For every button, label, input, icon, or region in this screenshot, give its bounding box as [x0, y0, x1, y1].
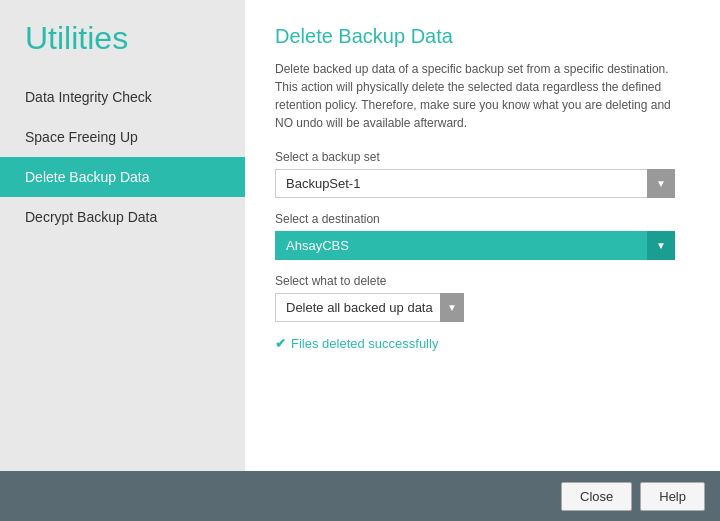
success-text: Files deleted successfully [291, 336, 438, 351]
footer: Close Help [0, 471, 720, 521]
description-text: Delete backed up data of a specific back… [275, 60, 690, 132]
delete-what-label: Select what to delete [275, 274, 690, 288]
delete-what-select-wrapper: Delete all backed up dataDelete by date … [275, 293, 464, 322]
destination-select-wrapper: AhsayCBS ▼ [275, 231, 675, 260]
sidebar-item-decrypt-backup-data[interactable]: Decrypt Backup Data [0, 197, 245, 237]
sidebar-title: Utilities [0, 0, 245, 77]
close-button[interactable]: Close [561, 482, 632, 511]
delete-what-group: Select what to delete Delete all backed … [275, 274, 690, 322]
check-icon: ✔ [275, 336, 286, 351]
sidebar-item-data-integrity-check[interactable]: Data Integrity Check [0, 77, 245, 117]
backup-set-label: Select a backup set [275, 150, 690, 164]
success-message: ✔ Files deleted successfully [275, 336, 690, 351]
sidebar: Utilities Data Integrity Check Space Fre… [0, 0, 245, 471]
destination-label: Select a destination [275, 212, 690, 226]
help-button[interactable]: Help [640, 482, 705, 511]
backup-set-group: Select a backup set BackupSet-1BackupSet… [275, 150, 690, 198]
main-content: Delete Backup Data Delete backed up data… [245, 0, 720, 471]
backup-set-select-wrapper: BackupSet-1BackupSet-2 ▼ [275, 169, 675, 198]
page-title: Delete Backup Data [275, 25, 690, 48]
destination-group: Select a destination AhsayCBS ▼ [275, 212, 690, 260]
destination-select[interactable]: AhsayCBS [275, 231, 675, 260]
sidebar-item-space-freeing-up[interactable]: Space Freeing Up [0, 117, 245, 157]
backup-set-select[interactable]: BackupSet-1BackupSet-2 [275, 169, 675, 198]
delete-what-select[interactable]: Delete all backed up dataDelete by date [275, 293, 464, 322]
sidebar-item-delete-backup-data[interactable]: Delete Backup Data [0, 157, 245, 197]
